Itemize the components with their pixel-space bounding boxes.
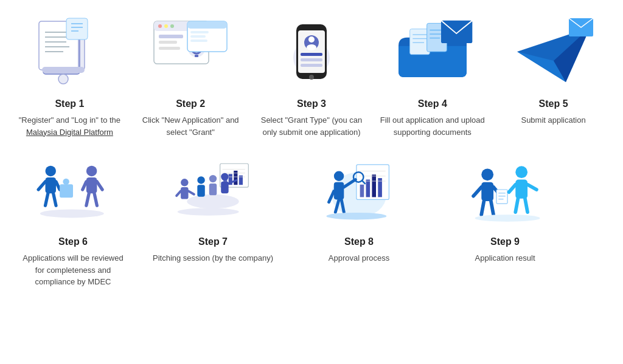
step-6-title: Step 6 — [58, 236, 88, 247]
step-5-illustration — [511, 12, 596, 91]
svg-rect-12 — [42, 67, 85, 73]
svg-rect-26 — [195, 55, 198, 57]
svg-point-81 — [181, 179, 188, 186]
step-1: Step 1 "Register" and "Log in" to the Ma… — [12, 12, 127, 138]
svg-rect-66 — [86, 177, 97, 193]
svg-rect-40 — [301, 53, 322, 56]
svg-line-123 — [509, 185, 516, 192]
svg-rect-30 — [187, 21, 227, 29]
svg-line-83 — [176, 191, 181, 196]
svg-point-39 — [307, 44, 316, 50]
step-8-illustration — [316, 150, 402, 229]
step-9-desc: Application result — [475, 252, 535, 264]
step-8-title: Step 8 — [344, 236, 374, 247]
svg-point-64 — [63, 179, 69, 185]
svg-rect-86 — [197, 185, 204, 196]
svg-point-18 — [170, 24, 174, 28]
svg-line-60 — [56, 182, 60, 190]
steps-container: Step 1 "Register" and "Log in" to the Ma… — [12, 12, 611, 288]
svg-point-111 — [481, 168, 493, 180]
svg-rect-42 — [301, 64, 322, 67]
svg-point-110 — [326, 213, 386, 220]
svg-rect-90 — [221, 182, 228, 193]
svg-line-84 — [189, 191, 194, 194]
step-6-illustration — [30, 150, 116, 229]
step-9-illustration — [462, 150, 548, 229]
svg-line-59 — [38, 182, 45, 190]
step-9-title: Step 9 — [490, 236, 520, 247]
step-7: Step 7 Pitching session (by the company) — [152, 150, 274, 264]
step-6-desc: Applications will be reviewed for comple… — [18, 252, 128, 288]
steps-row-2: Step 6 Applications will be reviewed for… — [12, 150, 611, 288]
svg-rect-31 — [190, 31, 209, 33]
svg-point-57 — [46, 166, 57, 177]
step-4-illustration — [390, 12, 475, 91]
step-1-desc: "Register" and "Log in" to the Malaysia … — [12, 114, 127, 138]
svg-point-71 — [40, 209, 104, 218]
svg-line-124 — [527, 185, 537, 190]
svg-rect-76 — [234, 171, 237, 185]
svg-rect-33 — [190, 39, 207, 42]
svg-line-126 — [525, 199, 527, 212]
svg-line-116 — [491, 201, 493, 215]
svg-rect-122 — [515, 180, 527, 199]
svg-rect-82 — [181, 187, 188, 199]
step-3-title: Step 3 — [297, 98, 326, 109]
step-5: Step 5 Submit application — [496, 12, 611, 126]
step-8-desc: Approval process — [329, 252, 389, 264]
svg-line-70 — [94, 193, 97, 205]
svg-point-13 — [58, 74, 68, 84]
svg-rect-21 — [159, 47, 180, 50]
svg-rect-8 — [66, 18, 88, 39]
svg-point-65 — [86, 166, 97, 177]
svg-rect-95 — [360, 185, 364, 197]
svg-rect-19 — [159, 35, 183, 38]
step-6: Step 6 Applications will be reviewed for… — [18, 150, 128, 288]
step-7-desc: Pitching session (by the company) — [153, 252, 273, 264]
malaysia-digital-platform-link[interactable]: Malaysia Digital Platform — [26, 128, 113, 137]
svg-point-87 — [209, 175, 217, 182]
step-3-desc: Select "Grant Type" (you can only submit… — [254, 114, 369, 138]
svg-rect-117 — [496, 190, 507, 204]
svg-rect-103 — [334, 182, 344, 200]
steps-row-1: Step 1 "Register" and "Log in" to the Ma… — [12, 12, 611, 138]
step-7-illustration — [170, 150, 256, 229]
svg-line-61 — [46, 193, 48, 205]
step-4-title: Step 4 — [418, 98, 447, 109]
step-1-illustration — [27, 12, 112, 91]
svg-rect-96 — [366, 180, 371, 197]
svg-line-115 — [481, 201, 484, 215]
svg-rect-88 — [209, 184, 217, 195]
svg-point-85 — [197, 176, 204, 184]
svg-point-102 — [334, 171, 344, 181]
svg-line-113 — [473, 187, 481, 196]
step-5-title: Step 5 — [539, 98, 568, 109]
step-2-desc: Click "New Application" and select "Gran… — [133, 114, 248, 138]
step-3: Step 3 Select "Grant Type" (you can only… — [254, 12, 369, 138]
step-4: Step 4 Fill out application and upload s… — [375, 12, 490, 138]
step-1-title: Step 1 — [55, 98, 84, 109]
svg-rect-112 — [481, 182, 493, 201]
svg-rect-97 — [372, 174, 376, 197]
svg-rect-20 — [159, 41, 177, 44]
step-5-desc: Submit application — [521, 114, 585, 126]
svg-rect-41 — [301, 58, 322, 61]
svg-rect-63 — [60, 184, 73, 197]
svg-point-43 — [309, 75, 314, 80]
svg-point-72 — [187, 194, 239, 208]
svg-line-68 — [97, 182, 102, 190]
svg-point-17 — [164, 24, 168, 28]
step-8: Step 8 Approval process — [298, 150, 420, 264]
svg-line-125 — [515, 199, 518, 212]
svg-point-92 — [178, 208, 239, 215]
svg-rect-58 — [46, 177, 57, 193]
svg-point-16 — [158, 24, 162, 28]
step-2: Step 2 Click "New Application" and selec… — [133, 12, 248, 138]
svg-point-38 — [308, 36, 315, 43]
step-9: Step 9 Application result — [444, 150, 566, 264]
svg-point-89 — [221, 173, 228, 180]
svg-line-62 — [54, 193, 56, 205]
svg-rect-32 — [190, 35, 206, 38]
svg-point-127 — [475, 215, 540, 222]
svg-line-67 — [83, 182, 86, 190]
